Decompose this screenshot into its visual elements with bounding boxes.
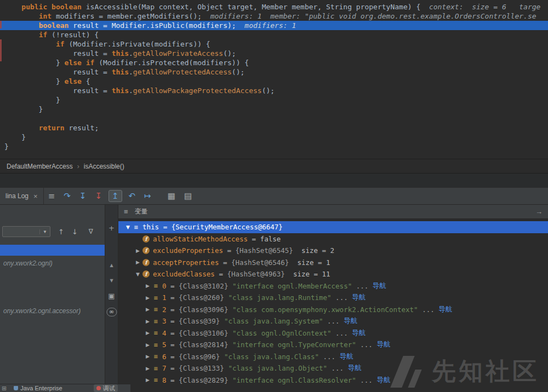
tab-catalina-log[interactable]: lina Log × [0,188,44,204]
expand-arrow-icon[interactable]: ▶ [144,330,152,336]
value-text: 6 [162,353,167,361]
excluded-class-6[interactable]: ▶≡6 = {Class@96} "class java.lang.Class"… [118,351,548,363]
navigate-link[interactable]: 导航 [352,293,366,302]
code-line[interactable]: } [0,132,548,142]
value-text: {HashSet@4963} [227,270,284,278]
code-line[interactable]: if (Modifier.isPrivate(modifiers)) { [0,39,548,49]
tool-windows-icon[interactable]: ⊞ [2,385,7,392]
navigate-link[interactable]: 导航 [344,316,357,326]
code-line[interactable]: result = this.getAllowPackageProtectedAc… [0,86,548,95]
toolwindow-debug[interactable]: 调试 [94,384,118,392]
expand-arrow-icon[interactable]: ▶ [144,366,152,371]
toolbar-menu-icon[interactable]: ≡ [48,191,55,201]
value-text: "class com.opensymphony.xwork2.ActionCon… [232,305,418,314]
expand-arrow-icon[interactable]: ▶ [134,248,142,253]
variable-allowStaticMethodAccess[interactable]: fallowStaticMethodAccess = false [118,233,548,245]
frame-row[interactable] [0,245,105,256]
code-token: public [21,3,47,11]
code-editor[interactable]: public boolean isAccessible(Map context,… [0,0,548,159]
code-line[interactable]: } else if (Modifier.isProtected(modifier… [0,58,548,67]
value-text: "class java.lang.Runtime" [228,293,331,302]
toolwindow-java-enterprise[interactable]: Java Enterprise [11,384,65,392]
code-line[interactable]: result = this.getAllowProtectedAccess(); [0,67,548,77]
navigate-link[interactable]: 导航 [376,376,390,385]
value-text: size = 11 [285,270,330,278]
expand-arrow-icon[interactable]: ▶ [144,283,152,289]
code-line[interactable]: return result; [0,123,548,132]
code-token: (Modifier.isProtected(modifiers)) { [94,59,249,67]
code-line[interactable]: public boolean isAccessible(Map context,… [0,2,548,11]
copy-stack-icon[interactable]: ▣ [108,292,115,300]
expand-arrow-icon[interactable]: ▶ [144,307,152,312]
code-line[interactable]: result = this.getAllowPrivateAccess(); [0,49,548,58]
panel-menu-icon[interactable]: ≡ [124,207,128,216]
variable-excludedClasses[interactable]: ▼fexcludedClasses = {HashSet@4963} size … [118,268,548,280]
excluded-class-7[interactable]: ▶≡7 = {Class@133} "class java.lang.Objec… [118,362,548,374]
code-line[interactable]: if (!result) { [0,30,548,39]
force-step-into-icon[interactable]: ↧ [95,191,102,201]
value-icon: ≡ [132,223,140,231]
execution-line[interactable]: boolean result = Modifier.isPublic(modif… [0,21,548,30]
excluded-class-8[interactable]: ▶≡8 = {Class@2829} "interface ognl.Class… [118,374,548,387]
view-breakpoints-icon[interactable]: ▦ [168,191,175,201]
value-text: "class java.lang.Object" [228,364,327,372]
step-into-icon[interactable]: ↧ [79,191,87,201]
code-token: result = [4,49,112,57]
mute-breakpoints-icon[interactable]: ▤ [184,191,192,201]
navigate-link[interactable]: 导航 [373,281,386,291]
drop-frame-icon[interactable]: ↶ [129,191,136,201]
frame-row[interactable]: ony.xwork2.ognl) [0,258,105,269]
excluded-class-4[interactable]: ▶≡4 = {Class@3106} "class ognl.OgnlConte… [118,327,548,339]
value-text: 7 [162,364,167,372]
collapse-arrow-icon[interactable]: ▼ [124,224,132,230]
close-icon[interactable]: × [33,192,38,200]
run-to-cursor-icon[interactable]: ↦ [144,191,151,201]
variables-panel: ≡ 变量 → ▼≡this = {SecurityMemberAccess@66… [118,205,548,392]
code-line[interactable]: } [0,95,548,105]
navigate-link[interactable]: 导航 [340,352,353,361]
value-text: {Class@2829} [179,376,232,384]
excluded-class-1[interactable]: ▶≡1 = {Class@260} "class java.lang.Runti… [118,292,548,304]
excluded-class-5[interactable]: ▶≡5 = {Class@2814} "interface ognl.TypeC… [118,339,548,351]
variable-excludeProperties[interactable]: ▶fexcludeProperties = {HashSet@6545} siz… [118,245,548,257]
pin-icon[interactable]: → [535,207,543,216]
variable-acceptProperties[interactable]: ▶facceptProperties = {HashSet@6546} size… [118,257,548,269]
excluded-class-2[interactable]: ▶≡2 = {Class@3096} "class com.opensympho… [118,304,548,316]
navigate-link[interactable]: 导航 [348,364,362,373]
expand-arrow-icon[interactable]: ▶ [144,342,152,348]
code-line[interactable] [0,114,548,123]
code-line[interactable]: int modifiers = member.getModifiers(); m… [0,11,548,21]
statusbar: ⊞ Java Enterprise 调试 [0,384,130,392]
value-text: = [159,223,172,231]
step-over-icon[interactable]: ↷ [64,191,71,201]
code-token: if [39,31,48,39]
excluded-class-0[interactable]: ▶≡0 = {Class@3102} "interface ognl.Membe… [118,280,548,292]
breadcrumb-method[interactable]: isAccessible() [84,163,124,170]
expand-arrow-icon[interactable]: ▶ [144,319,152,324]
code-token: (); [262,87,275,95]
code-line[interactable]: } [0,142,548,151]
expand-arrow-icon[interactable]: ▶ [134,260,142,265]
excluded-class-3[interactable]: ▶≡3 = {Class@39} "class java.lang.System… [118,315,548,327]
scroll-down-icon[interactable]: ▼ [110,277,113,285]
code-line[interactable]: } [0,105,548,114]
frame-row[interactable]: ony.xwork2.ognl.accessor) [0,305,105,316]
expand-arrow-icon[interactable]: ▶ [144,354,152,359]
value-text: ... [332,329,352,337]
code-token [4,21,39,30]
code-token: { [82,77,90,85]
expand-arrow-icon[interactable]: ▶ [144,377,152,383]
variable-this[interactable]: ▼≡this = {SecurityMemberAccess@6647} [118,221,548,233]
scroll-up-icon[interactable]: ▲ [110,262,113,269]
breadcrumb-class[interactable]: DefaultMemberAccess [7,163,73,170]
code-token: return [39,124,65,132]
navigate-link[interactable]: 导航 [438,305,452,314]
add-watch-icon[interactable]: + [109,224,115,232]
navigate-link[interactable]: 导航 [376,340,390,349]
navigate-link[interactable]: 导航 [352,328,366,338]
collapse-arrow-icon[interactable]: ▼ [134,272,142,277]
step-out-icon[interactable]: ↥ [109,190,122,202]
code-line[interactable]: } else { [0,77,548,86]
expand-arrow-icon[interactable]: ▶ [144,295,152,301]
evaluate-watch-icon[interactable]: ∞ [106,308,117,316]
